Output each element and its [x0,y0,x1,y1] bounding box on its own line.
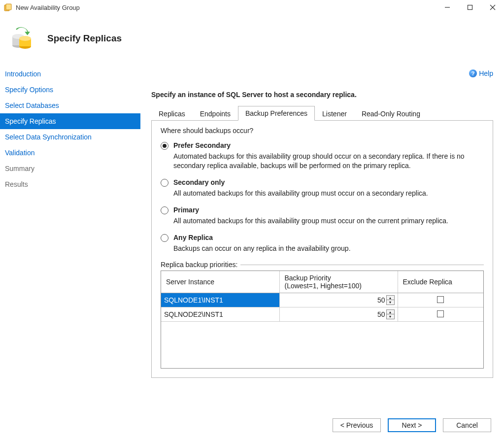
sidebar-item-select-databases[interactable]: Select Databases [0,98,140,113]
radio-desc-prefer-secondary: Automated backups for this availability … [173,152,484,170]
tab-replicas[interactable]: Replicas [151,106,193,121]
page-instruction: Specify an instance of SQL Server to hos… [151,91,493,99]
radio-desc-primary: All automated backups for this availabil… [173,216,484,226]
exclude-checkbox[interactable] [437,310,444,317]
sidebar-item-specify-replicas[interactable]: Specify Replicas [0,113,140,129]
cell-server[interactable]: SQLNODE1\INST1 [161,293,279,307]
page-header: Specify Replicas [0,15,504,62]
page-title: Specify Replicas [47,33,122,44]
tab-endpoints[interactable]: Endpoints [193,106,238,121]
help-label: Help [479,69,493,77]
maximize-button[interactable] [459,0,481,15]
radio-label: Any Replica [173,234,213,241]
titlebar: New Availability Group [0,0,504,15]
cell-exclude[interactable] [398,307,483,322]
radio-label: Prefer Secondary [173,141,231,149]
priorities-grid: Server Instance Backup Priority (Lowest=… [161,271,484,369]
app-icon [4,3,12,11]
previous-button[interactable]: < Previous [333,418,381,432]
content-area: ? Help Specify an instance of SQL Server… [140,62,504,409]
sidebar-item-validation[interactable]: Validation [0,145,140,161]
exclude-checkbox[interactable] [437,296,444,303]
help-icon: ? [469,69,477,77]
wizard-icon [10,27,34,50]
radio-icon [161,206,168,214]
sidebar-item-results: Results [0,176,140,192]
svg-rect-3 [468,5,472,10]
priority-spinner[interactable]: ▲▼ [386,295,395,305]
cancel-button[interactable]: Cancel [443,418,491,432]
sidebar-item-introduction[interactable]: Introduction [0,66,140,82]
radio-desc-any-replica: Backups can occur on any replica in the … [173,244,484,253]
cell-priority[interactable]: 50 ▲▼ [279,293,398,307]
radio-primary[interactable]: Primary [161,206,484,214]
svg-point-11 [19,36,31,41]
radio-desc-secondary-only: All automated backups for this availabil… [173,189,484,198]
priorities-label: Replica backup priorities: [161,261,484,269]
table-row[interactable]: SQLNODE2\INST1 50 ▲▼ [161,307,483,322]
wizard-footer: < Previous Next > Cancel [0,409,504,441]
wizard-steps: Introduction Specify Options Select Data… [0,62,140,409]
tab-panel-backup-preferences: Where should backups occur? Prefer Secon… [151,121,493,378]
tab-listener[interactable]: Listener [315,106,354,121]
radio-label: Secondary only [173,178,225,186]
col-exclude-replica[interactable]: Exclude Replica [398,271,483,293]
svg-rect-1 [6,4,11,10]
priority-spinner[interactable]: ▲▼ [386,309,395,319]
tab-read-only-routing[interactable]: Read-Only Routing [354,106,428,121]
radio-secondary-only[interactable]: Secondary only [161,178,484,187]
next-button[interactable]: Next > [388,418,436,432]
radio-icon [161,142,168,150]
radio-any-replica[interactable]: Any Replica [161,234,484,242]
col-backup-priority[interactable]: Backup Priority (Lowest=1, Highest=100) [279,271,398,293]
window-title: New Availability Group [16,4,436,11]
radio-icon [161,234,168,242]
minimize-button[interactable] [436,0,459,15]
sidebar-item-select-data-synchronization[interactable]: Select Data Synchronization [0,129,140,145]
tab-backup-preferences[interactable]: Backup Preferences [238,106,315,121]
backup-question: Where should backups occur? [161,127,484,135]
radio-prefer-secondary[interactable]: Prefer Secondary [161,141,484,150]
sidebar-item-specify-options[interactable]: Specify Options [0,82,140,98]
table-row[interactable]: SQLNODE1\INST1 50 ▲▼ [161,293,483,307]
tabstrip: Replicas Endpoints Backup Preferences Li… [151,105,493,121]
radio-label: Primary [173,206,199,214]
cell-priority[interactable]: 50 ▲▼ [279,307,398,322]
sidebar-item-summary: Summary [0,161,140,176]
cell-server[interactable]: SQLNODE2\INST1 [161,307,279,322]
cell-exclude[interactable] [398,293,483,307]
radio-icon [161,179,168,187]
close-button[interactable] [481,0,504,15]
help-link[interactable]: ? Help [469,69,493,77]
col-server-instance[interactable]: Server Instance [161,271,279,293]
